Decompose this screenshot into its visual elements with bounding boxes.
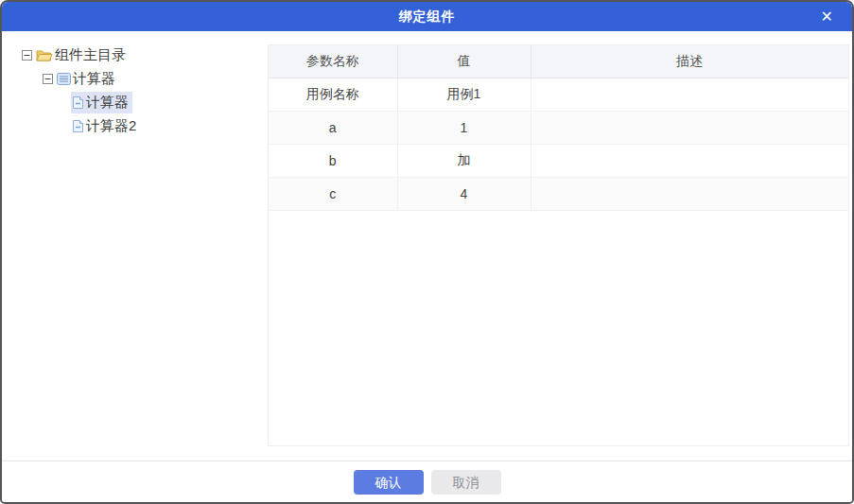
table-row: a 1 xyxy=(269,111,848,144)
cancel-button[interactable]: 取消 xyxy=(431,470,501,495)
tree-item-root[interactable]: 组件主目录 xyxy=(22,43,268,67)
table-row: c 4 xyxy=(269,177,848,210)
param-description-cell[interactable] xyxy=(531,144,848,177)
param-description-cell[interactable] xyxy=(531,177,848,210)
dialog-content: 组件主目录 计算器 xyxy=(2,31,852,461)
confirm-button[interactable]: 确认 xyxy=(354,470,424,495)
table-header-row: 参数名称 值 描述 xyxy=(269,45,848,78)
collapse-minus-icon[interactable] xyxy=(22,50,32,61)
dialog-titlebar: 绑定组件 ✕ xyxy=(2,2,852,31)
param-description-cell[interactable] xyxy=(531,78,848,111)
tree-item-calculator[interactable]: 计算器 xyxy=(71,91,268,114)
tree-node-calculator-group[interactable]: 计算器 xyxy=(56,68,119,90)
tree-item-label: 计算器 xyxy=(86,94,129,112)
collapse-minus-icon[interactable] xyxy=(43,74,53,84)
table-row: 用例名称 用例1 xyxy=(269,78,848,111)
dialog-footer: 确认 取消 xyxy=(2,461,852,502)
tree-item-label: 计算器2 xyxy=(86,117,136,135)
param-value-cell[interactable]: 1 xyxy=(397,111,531,144)
tree-item-calculator2[interactable]: 计算器2 xyxy=(71,114,268,138)
tree-item-label: 计算器 xyxy=(73,70,115,88)
column-header-value: 值 xyxy=(397,45,531,78)
param-value-cell[interactable]: 加 xyxy=(397,144,531,177)
param-value-cell[interactable]: 用例1 xyxy=(397,78,531,111)
dialog-title: 绑定组件 xyxy=(399,9,456,26)
bind-component-dialog: 绑定组件 ✕ 组件主目录 xyxy=(0,0,854,504)
column-header-description: 描述 xyxy=(531,45,848,78)
table-row: b 加 xyxy=(269,144,848,177)
parameter-table-panel: 参数名称 值 描述 用例名称 用例1 a 1 xyxy=(268,44,849,446)
document-icon xyxy=(72,96,84,110)
column-header-param-name: 参数名称 xyxy=(269,45,397,78)
folder-open-icon xyxy=(36,48,53,62)
tree-node-calculator2[interactable]: 计算器2 xyxy=(71,115,140,137)
close-icon[interactable]: ✕ xyxy=(817,8,837,26)
component-tree: 组件主目录 计算器 xyxy=(2,31,268,461)
component-icon xyxy=(57,72,71,86)
param-name-cell: c xyxy=(269,177,397,210)
param-name-cell: 用例名称 xyxy=(269,78,397,111)
param-name-cell: b xyxy=(269,144,397,177)
tree-node-root[interactable]: 组件主目录 xyxy=(35,44,130,66)
parameter-table: 参数名称 值 描述 用例名称 用例1 a 1 xyxy=(269,45,848,211)
tree-item-label: 组件主目录 xyxy=(55,46,126,64)
document-icon xyxy=(72,119,84,133)
param-description-cell[interactable] xyxy=(531,111,848,144)
param-name-cell: a xyxy=(269,111,397,144)
tree-node-calculator-selected[interactable]: 计算器 xyxy=(71,92,132,113)
tree-item-calculator-group[interactable]: 计算器 xyxy=(43,67,268,91)
param-value-cell[interactable]: 4 xyxy=(397,177,531,210)
